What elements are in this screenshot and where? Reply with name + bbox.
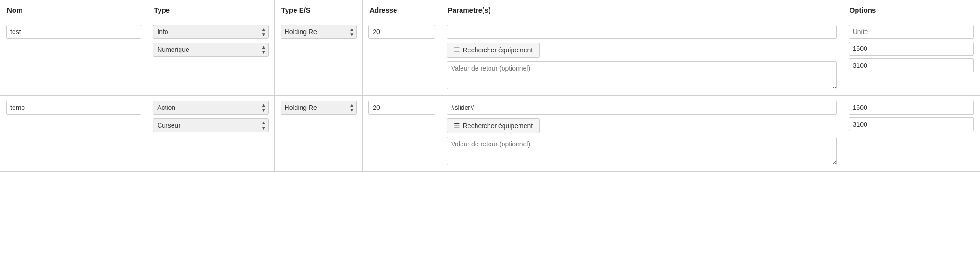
header-type: Type	[147, 0, 274, 20]
type-select-row0[interactable]: InfoActionStatus	[153, 25, 268, 39]
header-nom: Nom	[0, 0, 147, 20]
adresse-input-row0[interactable]	[368, 25, 435, 39]
params-input-row0[interactable]	[447, 25, 837, 39]
search-list-icon: ☰	[454, 122, 460, 130]
retour-textarea-row1[interactable]	[447, 137, 837, 165]
search-equipment-button-row0[interactable]: ☰Rechercher équipement	[447, 43, 540, 58]
option-input-row0-1[interactable]	[849, 42, 974, 56]
search-equipment-label: Rechercher équipement	[463, 122, 533, 130]
table-row: InfoActionStatus▲▼NumériqueTexteBooléen▲…	[0, 20, 980, 96]
option-input-row1-1[interactable]	[849, 117, 974, 131]
table-row: InfoActionStatus▲▼NumériqueTexteCurseur▲…	[0, 96, 980, 172]
option-input-row1-0[interactable]	[849, 101, 974, 115]
nom-input-row0[interactable]	[6, 25, 141, 39]
type2-select-row0[interactable]: NumériqueTexteBooléen	[153, 43, 268, 57]
header-params: Parametre(s)	[441, 0, 843, 20]
params-input-row1[interactable]	[447, 101, 837, 115]
type-select-row1[interactable]: InfoActionStatus	[153, 101, 268, 115]
adresse-input-row1[interactable]	[368, 101, 435, 115]
search-equipment-label: Rechercher équipement	[463, 46, 533, 54]
main-table: Nom Type Type E/S Adresse Parametre(s) O…	[0, 0, 980, 172]
option-input-row0-2[interactable]	[849, 58, 974, 72]
retour-textarea-row0[interactable]	[447, 61, 837, 89]
typees-select-row0[interactable]: Holding ReInput ReCoil	[281, 25, 357, 39]
header-adresse: Adresse	[363, 0, 441, 20]
header-typees: Type E/S	[274, 0, 363, 20]
typees-select-row1[interactable]: Holding ReInput ReCoil	[281, 101, 357, 115]
nom-input-row1[interactable]	[6, 101, 141, 115]
search-list-icon: ☰	[454, 46, 460, 54]
header-options: Options	[843, 0, 980, 20]
option-input-row0-0[interactable]	[849, 25, 974, 39]
type2-select-row1[interactable]: NumériqueTexteCurseur	[153, 118, 268, 132]
search-equipment-button-row1[interactable]: ☰Rechercher équipement	[447, 118, 540, 133]
